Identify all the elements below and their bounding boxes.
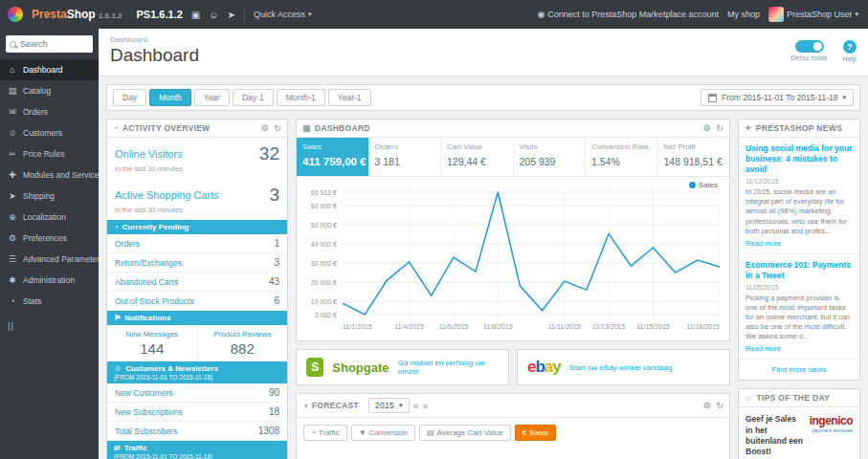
user-menu[interactable]: PrestaShop User ▾ <box>768 7 858 22</box>
sales-chart-plot: Sales <box>343 186 720 320</box>
forecast-metric-button[interactable]: ◔ Traffic <box>303 425 347 441</box>
sidebar-item[interactable]: ☰ Advanced Parameters <box>0 249 99 270</box>
kpi-tile[interactable]: Visits 205 939 <box>514 138 587 176</box>
rocket-icon[interactable]: ➤ <box>228 10 235 20</box>
kpi-tile[interactable]: Sales 411 759,00 € <box>297 138 369 176</box>
sidebar-collapse-button[interactable]: || <box>8 321 91 331</box>
tips-icon: ☼ <box>745 393 753 403</box>
sidebar-item-label: Modules and Services <box>23 170 99 180</box>
sidebar-item[interactable]: ✱ Administration <box>0 270 99 291</box>
news-item-title[interactable]: Using social media for your business: 4 … <box>746 143 853 175</box>
sales-chart: 66 912 €60 000 €50 000 €40 000 €30 000 €… <box>297 177 729 320</box>
chart-legend[interactable]: Sales <box>689 181 718 189</box>
sidebar-item[interactable]: ✚ Modules and Services <box>0 164 99 186</box>
settings-icon[interactable]: ⚙ <box>703 401 711 410</box>
range-button[interactable]: Day <box>113 89 146 106</box>
kpi-tile[interactable]: Net Profit 148 918,51 € <box>658 138 730 176</box>
settings-icon[interactable]: ⚙ <box>703 123 711 133</box>
brand: PrestaShop 1.6.1.2 <box>32 8 122 21</box>
my-shop-link[interactable]: My shop <box>727 10 760 19</box>
kpi-tile[interactable]: Conversion Rate 1.54% <box>586 138 658 176</box>
sidebar-search[interactable] <box>6 35 93 53</box>
sidebar-item[interactable]: ☺ Customers <box>0 122 99 143</box>
sidebar-item[interactable]: ⊕ Localization <box>0 207 99 228</box>
demo-mode-toggle[interactable]: Demo mode <box>790 40 827 61</box>
activity-row[interactable]: Return/Exchanges 3 <box>107 253 287 273</box>
sidebar-item-label: Price Rules <box>23 149 64 159</box>
customer-icon[interactable]: ☺ <box>209 10 218 20</box>
read-more-link[interactable]: Read more <box>746 239 781 248</box>
online-visitors-value: 32 <box>259 143 279 164</box>
activity-row[interactable]: New Subscriptions 18 <box>107 403 287 422</box>
traffic-icon: ⇄ <box>114 444 121 452</box>
forecast-metric-button[interactable]: ▤ Average Cart Value <box>419 425 511 441</box>
range-button[interactable]: Day-1 <box>233 89 274 106</box>
forecast-metric-button[interactable]: ▼ Conversion <box>351 425 415 441</box>
sidebar-item[interactable]: ◔ Stats <box>0 291 99 312</box>
sidebar-item[interactable]: ➤ Shipping <box>0 186 99 207</box>
sidebar-item-label: Dashboard <box>23 65 63 75</box>
notification-cell[interactable]: Product Reviews 882 <box>197 325 288 361</box>
sidebar-item[interactable]: ✂ Price Rules <box>0 143 99 164</box>
forecast-year-select[interactable]: 2015 ▾ <box>368 398 410 413</box>
range-button[interactable]: Year-1 <box>328 89 371 106</box>
quick-access-menu[interactable]: Quick Access▾ <box>254 10 312 19</box>
shopgate-link[interactable]: Ga mobiel en verhoog uw omzet <box>398 359 499 376</box>
range-button[interactable]: Month-1 <box>277 89 325 106</box>
metric-icon: ◔ <box>311 428 316 437</box>
activity-row[interactable]: Out of Stock Products 6 <box>107 292 287 311</box>
activity-row[interactable]: Orders 1 <box>107 234 287 253</box>
activity-title: ACTIVITY OVERVIEW <box>122 123 211 133</box>
forecast-panel: ◑ FORECAST 2015 ▾ « » ⚙ ↻ <box>296 393 730 459</box>
news-title: PRESTASHOP NEWS <box>756 123 842 133</box>
find-more-news-link[interactable]: Find more news <box>739 360 859 380</box>
range-button[interactable]: Year <box>194 89 230 106</box>
previous-year-button[interactable]: « <box>413 401 419 411</box>
ebay-link[interactable]: Start uw eBay-winkel vandaag <box>569 363 673 372</box>
help-button[interactable]: ? Help <box>843 40 857 62</box>
customers-icon: ☺ <box>114 364 122 373</box>
forecast-title: FORECAST <box>312 401 359 410</box>
refresh-icon[interactable]: ↻ <box>716 401 723 410</box>
activity-row[interactable]: New Customers 90 <box>107 383 287 403</box>
metric-icon: ▤ <box>427 428 434 437</box>
cart-icon[interactable]: ▣ <box>191 10 200 20</box>
sidebar-item[interactable]: ✉ Orders <box>0 101 99 122</box>
avatar <box>768 7 784 22</box>
online-visitors-link[interactable]: Online Visitors <box>115 148 183 160</box>
search-input[interactable] <box>20 39 89 49</box>
settings-icon[interactable]: ⚙ <box>261 123 269 133</box>
kpi-tile[interactable]: Orders 3 181 <box>369 138 442 176</box>
sidebar-item[interactable]: ⌂ Dashboard <box>0 59 99 80</box>
notification-cell[interactable]: New Messages 144 <box>107 325 197 361</box>
sidebar-item-icon: ⌂ <box>8 65 17 75</box>
shopgate-brand: Shopgate <box>332 361 389 375</box>
active-carts-subtext: in the last 30 minutes <box>107 206 287 220</box>
read-more-link[interactable]: Read more <box>746 344 781 353</box>
pending-section-header: ◔ Currently Pending <box>107 220 287 234</box>
range-button[interactable]: Month <box>149 89 191 106</box>
sidebar-item-label: Shipping <box>23 191 55 201</box>
kpi-tile[interactable]: Cart Value 129,44 € <box>441 138 514 176</box>
activity-icon: ◔ <box>113 123 119 133</box>
sidebar-item-label: Customers <box>23 128 62 138</box>
tips-panel: ☼ TIPS OF THE DAY Geef je Sales in het b… <box>738 388 860 459</box>
divider <box>244 7 245 22</box>
date-filter-bar: Day Month Year Day-1 Month-1 Year-1 From… <box>106 84 860 111</box>
sidebar-item[interactable]: ▤ Catalog <box>0 80 99 101</box>
dashboard-title: DASHBOARD <box>315 123 370 133</box>
active-carts-link[interactable]: Active Shopping Carts <box>115 189 219 201</box>
forecast-metric-buttons: ◔ Traffic ▼ Conversion ▤ <box>297 418 729 448</box>
news-item-title[interactable]: Ecommerce 101: Payments in a Tweet <box>746 260 853 281</box>
refresh-icon[interactable]: ↻ <box>716 123 723 133</box>
date-range-picker[interactable]: From 2015-11-01 To 2015-11-18 ▾ <box>701 89 854 106</box>
prestashop-logo-icon <box>8 7 23 22</box>
forecast-metric-button[interactable]: € Sales <box>515 425 556 441</box>
activity-row[interactable]: Abandoned Carts 43 <box>107 273 287 292</box>
next-year-button[interactable]: » <box>423 401 429 411</box>
refresh-icon[interactable]: ↻ <box>274 123 281 133</box>
tips-headline: Geef je Sales in het buitenland een Boos… <box>746 414 805 456</box>
activity-row[interactable]: Total Subscribers 1308 <box>107 422 287 441</box>
marketplace-link[interactable]: ◉Connect to PrestaShop Marketplace accou… <box>537 10 718 19</box>
sidebar-item[interactable]: ⚙ Preferences <box>0 228 99 249</box>
